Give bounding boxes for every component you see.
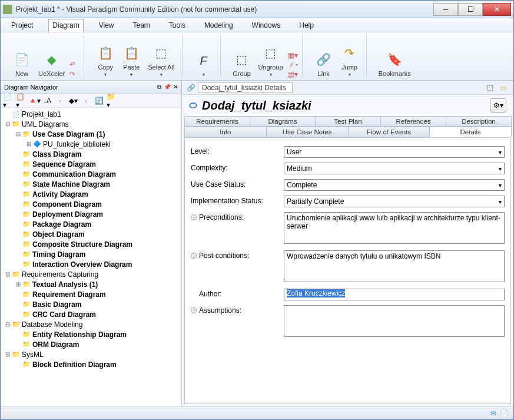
tab-use-case-notes[interactable]: Use Case Notes (266, 127, 349, 137)
tab-flow-of-events[interactable]: Flow of Events (348, 127, 430, 137)
maximize-button[interactable]: ☐ (458, 3, 483, 16)
doc-icon[interactable]: 📄 (500, 409, 509, 418)
tree-item[interactable]: 📁Basic Diagram (1, 299, 181, 309)
tree-item[interactable]: 📄Projekt_lab1 (1, 109, 181, 119)
copy-button[interactable]: 📋Copy▾ (94, 42, 117, 78)
tree-item[interactable]: 📁Component Diagram (1, 199, 181, 209)
paste-button[interactable]: 📋Paste▾ (120, 42, 143, 78)
collapse-icon[interactable]: − (191, 214, 197, 220)
pin-icon[interactable]: 📌 (164, 84, 171, 90)
implstatus-select[interactable]: Partially Complete▾ (284, 196, 505, 207)
tree-item[interactable]: 📁Timing Diagram (1, 249, 181, 259)
menu-windows[interactable]: Windows (248, 19, 284, 31)
postconditions-textarea[interactable] (284, 250, 505, 282)
distribute-button[interactable]: ⫽▾ (288, 61, 297, 69)
view-icon[interactable]: ▭ (497, 82, 509, 93)
tree-item[interactable]: ⊟📁Requirements Capturing (1, 269, 181, 279)
tree-item[interactable]: 📁Package Diagram (1, 219, 181, 229)
tree-item[interactable]: 📁Entity Relationship Diagram (1, 329, 181, 339)
sort-icon[interactable]: ↓A (42, 95, 52, 106)
tab-test-plan[interactable]: Test Plan (315, 116, 381, 127)
ribbon: 📄New ◆UeXceler ↶ ↷ 📋Copy▾ 📋Paste▾ ⬚Selec… (1, 32, 513, 81)
preconditions-textarea[interactable] (284, 212, 505, 244)
details-form: Level: User▾ Complexity: Medium▾ Use Cas… (184, 137, 511, 404)
tree-item[interactable]: 📁Interaction Overview Diagram (1, 259, 181, 269)
level-select[interactable]: User▾ (284, 146, 505, 158)
tree-item[interactable]: 📁Composite Structure Diagram (1, 239, 181, 249)
close-panel-icon[interactable]: ✕ (173, 84, 178, 90)
collapse-icon[interactable]: − (191, 307, 197, 313)
tree-item[interactable]: 📁CRC Card Diagram (1, 309, 181, 319)
tree-item[interactable]: 📁Class Diagram (1, 149, 181, 159)
uexceler-button[interactable]: ◆UeXceler (36, 49, 67, 78)
menu-help[interactable]: Help (296, 19, 317, 31)
tool-icon-5[interactable]: ◆▾ (68, 95, 78, 106)
layout-icon[interactable]: ⬚ (484, 82, 496, 93)
tree-item[interactable]: 📁Activity Diagram (1, 189, 181, 199)
menu-project[interactable]: Project (8, 19, 37, 31)
tab-details[interactable]: Details (429, 127, 512, 137)
tree-item[interactable]: 📁Requirement Diagram (1, 289, 181, 299)
tree-item[interactable]: 📁Block Definition Diagram (1, 359, 181, 369)
tab-diagrams[interactable]: Diagrams (250, 116, 316, 127)
tree-item[interactable]: 📁State Machine Diagram (1, 179, 181, 189)
jump-button[interactable]: ↷Jump▾ (338, 42, 362, 78)
menu-view[interactable]: View (95, 19, 118, 31)
folder-icon[interactable]: 📁▾ (107, 95, 117, 106)
preconditions-label: Preconditions: (199, 213, 244, 221)
tree-item[interactable]: ⊟📁Database Modeling (1, 319, 181, 329)
tab-requirements[interactable]: Requirements (184, 116, 250, 127)
tree-item[interactable]: 📁Sequence Diagram (1, 159, 181, 169)
new-button[interactable]: 📄New (10, 49, 34, 78)
breadcrumb-item[interactable]: Dodaj_tytul_ksiazki Details (198, 82, 293, 93)
refresh-icon[interactable]: 🔄 (94, 95, 104, 106)
arrange-button[interactable]: ▤▾ (288, 70, 297, 78)
tree-item[interactable]: 📁Object Diagram (1, 229, 181, 239)
tab-info[interactable]: Info (184, 127, 267, 137)
author-input[interactable]: Zofia Kruczkiewicz (284, 289, 505, 300)
menu-tools[interactable]: Tools (165, 19, 189, 31)
assumptions-label: Assumptions: (199, 306, 241, 315)
settings-button[interactable]: ⚙▾ (490, 98, 506, 113)
ungroup-button[interactable]: ⬚Ungroup▾ (256, 42, 286, 78)
usecasestatus-label: Use Case Status: (191, 179, 284, 188)
tree-item[interactable]: 📁Deployment Diagram (1, 209, 181, 219)
titlebar: Projekt_lab1 * - Visual Paradigm Communi… (1, 1, 513, 18)
usecasestatus-select[interactable]: Complete▾ (284, 179, 505, 191)
tree-item[interactable]: ⊟📁Use Case Diagram (1) (1, 129, 181, 139)
tree-item[interactable]: 📁ORM Diagram (1, 339, 181, 349)
detail-title: Dodaj_tytul_ksiazki (202, 99, 485, 113)
tree-item[interactable]: ⊟📁UML Diagrams (1, 119, 181, 129)
restore-icon[interactable]: ⧉ (157, 84, 161, 91)
tree-item[interactable]: ⊞🔷PU_funkcje_biblioteki (1, 139, 181, 149)
navigator-header: Diagram Navigator ⧉ 📌 ✕ (1, 81, 181, 94)
group-button[interactable]: ⬚Group (230, 49, 254, 78)
menu-team[interactable]: Team (130, 19, 154, 31)
bookmarks-button[interactable]: 🔖Bookmarks (376, 49, 413, 78)
tree-item[interactable]: 📁Communication Diagram (1, 169, 181, 179)
diagram-tree[interactable]: 📄Projekt_lab1⊟📁UML Diagrams⊟📁Use Case Di… (1, 108, 181, 406)
tool-icon-2[interactable]: 📋▾ (16, 95, 26, 106)
link-button[interactable]: 🔗Link (312, 49, 336, 78)
close-button[interactable]: ✕ (483, 3, 511, 16)
tree-item[interactable]: ⊟📁SysML (1, 349, 181, 359)
tab-description[interactable]: Description (446, 116, 512, 127)
tree-item[interactable]: ⊞📁Textual Analysis (1) (1, 279, 181, 289)
menu-modeling[interactable]: Modeling (201, 19, 237, 31)
mail-icon[interactable]: ✉ (490, 409, 496, 418)
menu-diagram[interactable]: Diagram (48, 19, 83, 32)
collapse-icon[interactable]: − (191, 253, 197, 259)
tool-icon-3[interactable]: 🔺▾ (29, 95, 39, 106)
complexity-select[interactable]: Medium▾ (284, 163, 505, 174)
redo-button[interactable]: ↷ (69, 70, 79, 78)
align-button[interactable]: ▦▾ (288, 51, 297, 59)
breadcrumb: 🔗 Dodaj_tytul_ksiazki Details ⬚ ▭ (182, 81, 513, 95)
undo-button[interactable]: ↶ (69, 61, 79, 69)
assumptions-textarea[interactable] (284, 305, 505, 337)
select-all-button[interactable]: ⬚Select All▾ (145, 42, 177, 78)
tab-references[interactable]: References (380, 116, 446, 127)
format-button[interactable]: F▾ (192, 51, 215, 78)
new-diagram-icon[interactable]: 📄▾ (3, 95, 14, 106)
statusbar: ✉ 📄 (1, 406, 513, 419)
minimize-button[interactable]: ─ (433, 3, 458, 16)
